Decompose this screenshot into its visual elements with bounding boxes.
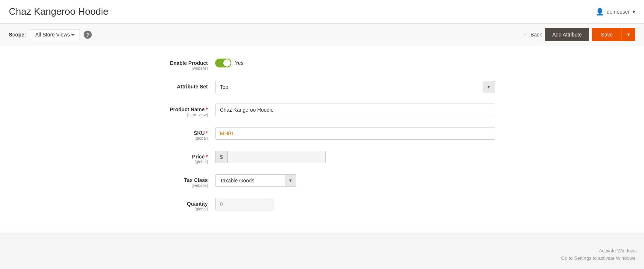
help-icon[interactable]: ?: [84, 31, 92, 39]
quantity-label: Quantity: [134, 201, 208, 207]
scope-label: Scope:: [9, 32, 26, 38]
scope-select-wrapper[interactable]: All Store Views: [30, 29, 80, 40]
form-section: Enable Product [website] Yes Attribu: [119, 57, 525, 211]
save-button-group: Save ▼: [592, 28, 635, 41]
enable-product-field: Yes: [215, 57, 510, 67]
scope-section: Scope: All Store Views ?: [9, 29, 92, 40]
tax-class-row: Tax Class [website] None Taxable Goods ▼: [134, 174, 510, 188]
page-title: Chaz Kangeroo Hoodie: [9, 6, 108, 17]
sku-required: *: [206, 130, 208, 136]
back-label: Back: [531, 32, 542, 38]
tax-class-scope: [website]: [134, 183, 208, 188]
save-dropdown-button[interactable]: ▼: [622, 28, 635, 41]
price-prefix: $: [215, 151, 227, 163]
back-arrow-icon: ←: [522, 31, 528, 38]
user-info: 👤 demouser ▾: [596, 8, 635, 16]
product-name-required: *: [206, 106, 208, 112]
product-name-label-col: Product Name* [store view]: [134, 104, 215, 117]
toolbar-actions: ← Back Add Attribute Save ▼: [522, 28, 635, 41]
enable-product-label-col: Enable Product [website]: [134, 57, 215, 70]
attribute-set-field: Top Default Bottom ▼: [215, 81, 510, 93]
enable-product-toggle-row: Yes: [215, 57, 510, 67]
attribute-set-row: Attribute Set Top Default Bottom ▼: [134, 81, 510, 93]
tax-class-label: Tax Class: [134, 177, 208, 183]
price-scope: [global]: [134, 160, 208, 164]
user-dropdown-arrow[interactable]: ▾: [633, 9, 635, 15]
sku-input[interactable]: [215, 127, 495, 140]
toggle-thumb: [223, 59, 231, 67]
price-required: *: [206, 154, 208, 160]
product-name-row: Product Name* [store view]: [134, 104, 510, 117]
attribute-set-label-col: Attribute Set: [134, 81, 215, 90]
enable-product-scope: [website]: [134, 66, 208, 70]
attribute-set-select-wrapper[interactable]: Top Default Bottom ▼: [215, 81, 495, 93]
price-label-col: Price* [global]: [134, 151, 215, 164]
toolbar: Scope: All Store Views ? ← Back Add Attr…: [0, 24, 644, 46]
product-name-field: [215, 104, 510, 116]
scope-dropdown[interactable]: All Store Views: [34, 31, 76, 38]
page-header: Chaz Kangeroo Hoodie 👤 demouser ▾: [0, 0, 644, 24]
quantity-scope: [global]: [134, 207, 208, 211]
tax-class-field: None Taxable Goods ▼: [215, 174, 510, 187]
attribute-set-label: Attribute Set: [134, 84, 208, 90]
save-button[interactable]: Save: [592, 28, 622, 41]
enable-product-toggle[interactable]: [215, 59, 231, 67]
attribute-set-dropdown[interactable]: Top Default Bottom: [215, 81, 495, 93]
quantity-input[interactable]: [215, 198, 274, 210]
price-input-wrapper: $: [215, 151, 326, 163]
user-icon: 👤: [596, 8, 604, 16]
product-name-input[interactable]: [215, 104, 495, 116]
tax-class-select-wrapper[interactable]: None Taxable Goods ▼: [215, 174, 296, 187]
enable-product-label: Enable Product: [134, 60, 208, 66]
back-button[interactable]: ← Back: [522, 31, 542, 38]
price-row: Price* [global] $: [134, 151, 510, 164]
tax-class-dropdown[interactable]: None Taxable Goods: [215, 174, 296, 187]
enable-product-row: Enable Product [website] Yes: [134, 57, 510, 70]
price-input[interactable]: [227, 151, 326, 163]
sku-label: SKU*: [134, 130, 208, 136]
price-field: $: [215, 151, 510, 163]
quantity-field: [215, 198, 510, 210]
add-attribute-button[interactable]: Add Attribute: [545, 28, 589, 41]
toggle-yes-label: Yes: [235, 60, 244, 66]
product-name-scope: [store view]: [134, 112, 208, 117]
username: demouser: [607, 9, 630, 15]
product-name-label: Product Name*: [134, 106, 208, 112]
quantity-row: Quantity [global]: [134, 198, 510, 211]
quantity-label-col: Quantity [global]: [134, 198, 215, 211]
toggle-track: [215, 59, 231, 67]
main-content: Enable Product [website] Yes Attribu: [0, 46, 644, 233]
price-label: Price*: [134, 154, 208, 160]
sku-field: [215, 127, 510, 140]
tax-class-label-col: Tax Class [website]: [134, 174, 215, 188]
sku-scope: [global]: [134, 136, 208, 140]
sku-label-col: SKU* [global]: [134, 127, 215, 140]
sku-row: SKU* [global]: [134, 127, 510, 140]
